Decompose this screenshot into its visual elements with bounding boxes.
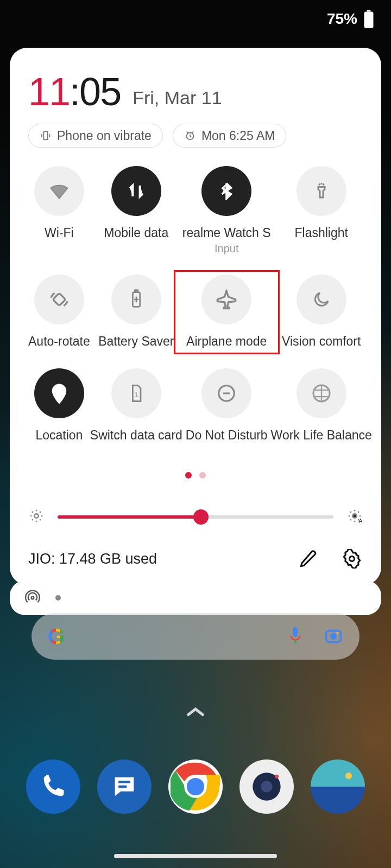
tile-mobile-data[interactable]: Mobile data bbox=[90, 166, 182, 255]
tile-switch-sim[interactable]: 1Switch data card bbox=[90, 368, 182, 443]
app-gallery[interactable] bbox=[311, 760, 365, 814]
tile-label: Mobile data bbox=[104, 226, 168, 240]
tile-label: Battery Saver bbox=[98, 334, 174, 349]
notification-bar[interactable] bbox=[10, 580, 381, 615]
hotspot-icon bbox=[25, 590, 40, 605]
battery-icon bbox=[111, 275, 161, 324]
edit-tiles-button[interactable] bbox=[298, 548, 319, 570]
sim-icon: 1 bbox=[111, 368, 161, 418]
dnd-icon bbox=[201, 368, 251, 418]
tile-bluetooth[interactable]: realme Watch SInput bbox=[182, 166, 271, 255]
moon-icon bbox=[297, 275, 346, 324]
svg-point-25 bbox=[275, 775, 279, 778]
tile-label: Wi-Fi bbox=[45, 226, 74, 240]
tile-label: Work Life Balance bbox=[271, 428, 372, 443]
battery-icon bbox=[363, 10, 375, 28]
google-search-bar[interactable]: G bbox=[31, 613, 360, 660]
tile-dnd[interactable]: Do Not Disturb bbox=[182, 368, 271, 443]
tile-label: realme Watch S bbox=[182, 226, 271, 240]
messages-icon bbox=[110, 773, 138, 801]
tile-worklife[interactable]: Work Life Balance bbox=[271, 368, 372, 443]
svg-rect-2 bbox=[43, 132, 47, 140]
pencil-icon bbox=[299, 549, 318, 569]
svg-rect-6 bbox=[135, 290, 137, 292]
tile-flashlight[interactable]: Flashlight bbox=[271, 166, 372, 255]
chrome-icon bbox=[171, 762, 220, 812]
notification-dot bbox=[55, 595, 61, 601]
chevron-up-icon bbox=[185, 705, 206, 718]
pager-dot-active bbox=[185, 472, 192, 478]
data-usage[interactable]: JIO: 17.48 GB used bbox=[28, 551, 157, 567]
pager[interactable] bbox=[28, 472, 363, 478]
tile-wifi[interactable]: Wi-Fi bbox=[28, 166, 90, 255]
airplane-icon bbox=[201, 275, 251, 324]
globe-icon bbox=[297, 368, 346, 418]
svg-point-15 bbox=[31, 597, 34, 599]
tile-auto-rotate[interactable]: Auto-rotate bbox=[28, 275, 90, 349]
phone-icon bbox=[39, 773, 67, 801]
settings-button[interactable] bbox=[341, 548, 363, 570]
dock bbox=[0, 760, 391, 814]
brightness-auto-icon[interactable]: A bbox=[346, 508, 363, 526]
app-chrome[interactable] bbox=[168, 760, 223, 814]
svg-point-12 bbox=[352, 514, 357, 518]
app-camera[interactable] bbox=[239, 760, 294, 814]
svg-rect-0 bbox=[367, 10, 371, 11]
tile-label: Vision comfort bbox=[282, 334, 361, 349]
gear-icon bbox=[342, 549, 362, 569]
clock[interactable]: 11:05 bbox=[28, 69, 121, 114]
tile-label: Auto-rotate bbox=[28, 334, 90, 349]
svg-rect-4 bbox=[53, 293, 66, 306]
tile-sublabel: Input bbox=[215, 242, 238, 255]
vibrate-chip[interactable]: Phone on vibrate bbox=[28, 124, 163, 148]
brightness-low-icon[interactable] bbox=[28, 508, 45, 526]
alarm-chip[interactable]: Mon 6:25 AM bbox=[173, 124, 287, 148]
lens-icon[interactable] bbox=[324, 627, 343, 646]
vibrate-chip-label: Phone on vibrate bbox=[57, 129, 152, 143]
slider-fill bbox=[58, 515, 201, 519]
flashlight-icon bbox=[297, 166, 346, 216]
svg-rect-1 bbox=[364, 11, 374, 28]
bluetooth-icon bbox=[201, 166, 251, 216]
alarm-icon bbox=[184, 130, 196, 142]
svg-point-7 bbox=[57, 388, 62, 393]
brightness-slider[interactable] bbox=[58, 509, 333, 525]
tile-airplane[interactable]: Airplane mode bbox=[182, 275, 271, 349]
slider-thumb[interactable] bbox=[193, 509, 209, 525]
clock-minutes: 05 bbox=[79, 70, 121, 113]
tile-label: Flashlight bbox=[294, 226, 348, 240]
google-logo-icon: G bbox=[48, 624, 65, 649]
tile-battery-saver[interactable]: Battery Saver bbox=[90, 275, 182, 349]
pager-dot-inactive bbox=[199, 472, 206, 478]
tile-vision[interactable]: Vision comfort bbox=[271, 275, 372, 349]
quick-settings-panel: 11:05 Fri, Mar 11 Phone on vibrate Mon 6… bbox=[10, 48, 381, 585]
vibrate-icon bbox=[40, 130, 52, 142]
tile-label: Switch data card bbox=[90, 428, 182, 443]
data-icon bbox=[111, 166, 161, 216]
tile-location[interactable]: Location bbox=[28, 368, 90, 443]
app-drawer-handle[interactable] bbox=[185, 705, 206, 720]
pin-icon bbox=[34, 368, 84, 418]
camera-icon bbox=[248, 768, 286, 806]
tile-label: Airplane mode bbox=[186, 334, 267, 349]
svg-point-14 bbox=[350, 557, 355, 561]
svg-rect-16 bbox=[293, 627, 298, 637]
alarm-chip-label: Mon 6:25 AM bbox=[201, 129, 275, 143]
chip-row: Phone on vibrate Mon 6:25 AM bbox=[28, 124, 363, 148]
tile-grid: Wi-FiMobile datarealme Watch SInputFlash… bbox=[28, 166, 363, 443]
svg-point-11 bbox=[34, 514, 39, 518]
battery-percent: 75% bbox=[327, 10, 357, 28]
svg-point-19 bbox=[337, 632, 339, 634]
app-phone[interactable] bbox=[26, 760, 80, 814]
mic-icon[interactable] bbox=[287, 626, 304, 647]
rotate-icon bbox=[34, 275, 84, 324]
gesture-nav-pill[interactable] bbox=[114, 854, 277, 858]
svg-point-18 bbox=[330, 633, 337, 640]
app-messages[interactable] bbox=[97, 760, 152, 814]
svg-text:1: 1 bbox=[134, 391, 138, 399]
tile-label: Location bbox=[35, 428, 83, 443]
wifi-icon bbox=[34, 166, 84, 216]
date-label[interactable]: Fri, Mar 11 bbox=[133, 87, 222, 114]
brightness-row: A bbox=[28, 508, 363, 526]
tile-label: Do Not Disturb bbox=[186, 428, 268, 443]
